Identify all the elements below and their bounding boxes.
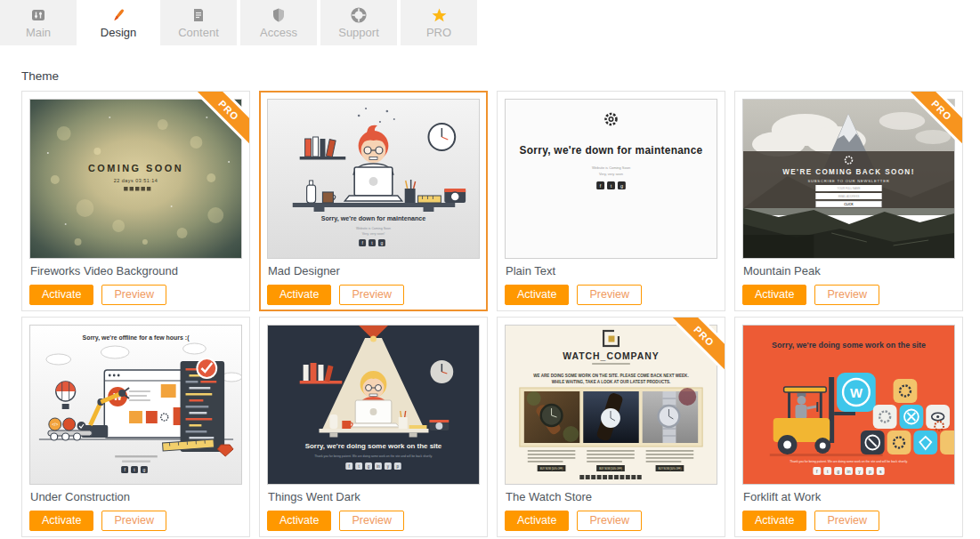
preview-line2: WHILE WAITING, TAKE A LOOK AT OUR LATEST… [552, 380, 671, 384]
preview-line1: Thank you for being patient. We are doin… [314, 455, 433, 458]
theme-thumbnail[interactable]: COMING SOON 22 days 03:51:14 [29, 99, 242, 259]
buy-now-buttons[interactable]: BUY NOW (50% OFF) BUY NOW (50% OFF) BUY … [538, 465, 684, 471]
preview-button[interactable]: Preview [339, 511, 403, 531]
activate-button[interactable]: Activate [29, 285, 93, 305]
theme-name: Under Construction [30, 490, 242, 503]
preview-headline: Sorry, we're doing some work on the site [305, 442, 442, 450]
tab-access[interactable]: Access [240, 0, 317, 45]
preview-button[interactable]: Preview [577, 285, 641, 305]
theme-grid: COMING SOON 22 days 03:51:14 PRO Firewor… [21, 91, 980, 537]
activate-button[interactable]: Activate [505, 511, 569, 531]
googleplus-icon: g [381, 241, 384, 245]
svg-text:</>: </> [52, 422, 58, 427]
tab-pro[interactable]: PRO [401, 0, 477, 45]
linkedin-icon: in [377, 464, 380, 469]
theme-name: Mad Designer [268, 264, 480, 278]
tab-label: Access [260, 26, 297, 39]
social-icons-row: f t g [121, 466, 148, 473]
preview-countdown: 22 days 03:51:14 [114, 178, 158, 183]
browser-window-art: W [104, 370, 192, 438]
email-placeholder: EMAIL ADDRESS [838, 195, 860, 198]
tab-label: Support [338, 26, 379, 39]
product-photo-1 [524, 391, 579, 443]
tab-main[interactable]: Main [0, 0, 77, 45]
theme-name: Forklift at Work [743, 490, 955, 503]
preview-button[interactable]: Preview [101, 511, 166, 531]
activate-button[interactable]: Activate [267, 285, 331, 305]
theme-name: The Watch Store [506, 490, 717, 503]
theme-card-fireworks-video-background: COMING SOON 22 days 03:51:14 PRO Firewor… [21, 91, 250, 311]
theme-thumbnail[interactable]: Sorry, we're down for maintenance Websit… [505, 99, 717, 259]
forklift-preview-art: Sorry, we're doing some work on the site… [743, 326, 954, 484]
document-icon [190, 7, 207, 23]
things-went-dark-preview-art: Sorry, we're doing some work on the site… [268, 326, 479, 484]
theme-name: Plain Text [506, 264, 717, 278]
preview-button[interactable]: Preview [814, 285, 879, 305]
preview-brand: WATCH_COMPANY [563, 351, 659, 361]
social-icons-row: f t g [596, 181, 626, 189]
linkedin-icon: in [847, 470, 851, 474]
theme-name: Mountain Peak [743, 264, 955, 278]
preview-headline: WE'RE COMING BACK SOON! [782, 168, 914, 176]
plugin-settings-page: Main Design Content Access [0, 0, 980, 539]
plain-text-preview-art: Sorry, we're down for maintenance Websit… [506, 100, 717, 258]
buy-button-label: BUY NOW (50% OFF) [599, 467, 622, 471]
theme-thumbnail[interactable]: WATCH_COMPANY WE ARE DOING SOME WORK ON … [505, 325, 717, 485]
fireworks-preview-art: COMING SOON 22 days 03:51:14 [30, 100, 241, 258]
preview-button[interactable]: Preview [577, 511, 641, 531]
theme-thumbnail[interactable]: WE'RE COMING BACK SOON! SUBSCRIBE TO OUR… [742, 99, 955, 259]
preview-button[interactable]: Preview [814, 511, 879, 531]
theme-thumbnail[interactable]: Sorry, we're doing some work on the site… [267, 325, 480, 485]
theme-card-mountain-peak: WE'RE COMING BACK SOON! SUBSCRIBE TO OUR… [734, 91, 963, 311]
activate-button[interactable]: Activate [505, 285, 569, 305]
activate-button[interactable]: Activate [742, 511, 806, 531]
tab-content[interactable]: Content [160, 0, 237, 45]
activate-button[interactable]: Activate [29, 511, 93, 531]
theme-name: Things Went Dark [268, 490, 480, 503]
activate-button[interactable]: Activate [267, 511, 331, 531]
preview-line2: Very, very soon [599, 172, 623, 176]
tab-label: PRO [426, 26, 451, 39]
preview-line1: Website is Coming Soon [356, 227, 391, 230]
preview-headline: Sorry, we're doing some work on the site [772, 341, 926, 350]
theme-name: Fireworks Video Background [30, 264, 242, 278]
preview-line1: Thank you for being patient. We are doin… [790, 460, 908, 463]
laptop-art [347, 400, 400, 427]
wordpress-icon: W [850, 385, 863, 400]
theme-card-things-went-dark: Sorry, we're doing some work on the site… [259, 317, 488, 537]
activate-button[interactable]: Activate [742, 285, 806, 305]
theme-card-plain-text: Sorry, we're down for maintenance Websit… [497, 91, 725, 311]
tab-bar: Main Design Content Access [0, 0, 980, 45]
sliders-icon [30, 7, 46, 23]
theme-thumbnail[interactable]: Sorry, we're doing some work on the site… [742, 325, 955, 485]
check-badge-art [197, 358, 216, 378]
product-photo-3 [643, 388, 698, 443]
preview-button[interactable]: Preview [101, 285, 166, 305]
mountain-peak-preview-art: WE'RE COMING BACK SOON! SUBSCRIBE TO OUR… [743, 100, 954, 258]
preview-subtext-line [115, 455, 158, 457]
theme-card-the-watch-store: WATCH_COMPANY WE ARE DOING SOME WORK ON … [497, 317, 725, 537]
theme-thumbnail[interactable]: Sorry, we're down for maintenance Websit… [267, 99, 480, 259]
social-icons-row: f t g in y p s [813, 467, 884, 475]
mad-designer-preview-art: Sorry, we're down for maintenance Websit… [268, 100, 479, 258]
preview-headline: Sorry, we're down for maintenance [321, 215, 426, 222]
preview-line2: Very, very soon! [362, 232, 385, 236]
preview-line1: WE ARE DOING SOME WORK ON THE SITE. PLEA… [533, 374, 688, 378]
lifering-icon [351, 7, 367, 23]
theme-card-mad-designer: Sorry, we're down for maintenance Websit… [259, 91, 488, 311]
tab-design[interactable]: Design [80, 0, 157, 45]
foreground-mountains-art [743, 208, 954, 258]
preview-button[interactable]: Preview [339, 285, 403, 305]
theme-thumbnail[interactable]: Sorry, we're offline for a few hours :( [29, 325, 242, 485]
product-photo-2 [583, 391, 638, 443]
tab-support[interactable]: Support [320, 0, 397, 45]
pinterest-icon: p [869, 470, 871, 474]
star-icon [431, 7, 448, 23]
preview-headline: Sorry, we're down for maintenance [520, 144, 703, 157]
watch-store-preview-art: WATCH_COMPANY WE ARE DOING SOME WORK ON … [506, 326, 717, 484]
shield-icon [271, 7, 287, 23]
googleplus-icon: g [837, 470, 839, 474]
subscribe-button-label: CLICK [844, 203, 854, 206]
googleplus-icon: g [620, 183, 623, 189]
section-title: Theme [21, 69, 980, 83]
